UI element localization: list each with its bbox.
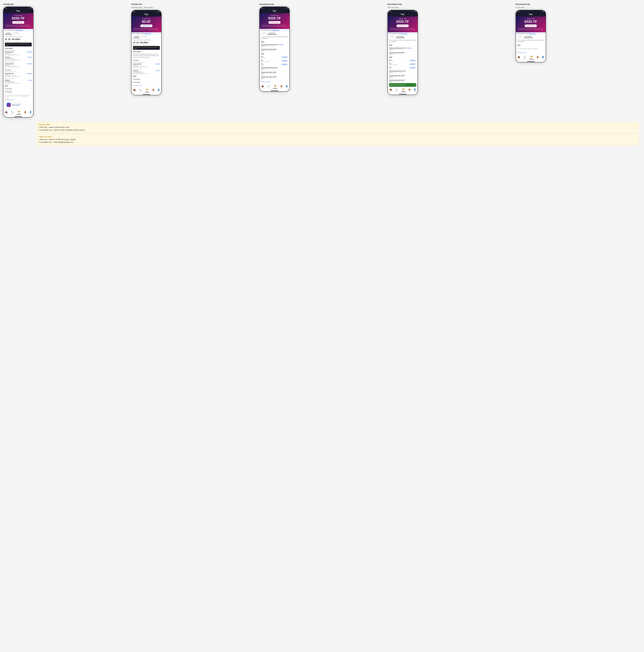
nav-item-my-jobs[interactable]: 💼 My Jobs bbox=[5, 111, 8, 114]
doc-item[interactable]: Paystub: paid August 18, 2022 Work perio… bbox=[261, 76, 288, 80]
year-header-2023[interactable]: 2023∧ bbox=[517, 44, 544, 47]
nav-label-pay: Pay bbox=[146, 91, 148, 92]
shift-item[interactable]: Client Specialist Indeed, Inc. Shift: 7:… bbox=[133, 63, 160, 67]
bottom-nav: 💼 My Jobs🔍 Browse💳 Pay📥 Inbox👤 Profile bbox=[388, 87, 418, 93]
doc-item[interactable]: W-2 Assurant Corporation Email PDF bbox=[389, 62, 416, 66]
doc-item[interactable]: Paystub: paid January 5, 2023 Work perio… bbox=[389, 51, 416, 56]
shift-item[interactable]: Client Specialist Indeed, Inc. Shift: 7:… bbox=[5, 63, 32, 67]
cash-out-button[interactable]: Cash out now bbox=[397, 25, 409, 27]
nav-item-my-jobs[interactable]: 💼 My Jobs bbox=[261, 85, 264, 88]
report-issue-link[interactable]: 🚩 Report an issue bbox=[133, 85, 160, 86]
nav-item-profile[interactable]: 👤 Profile bbox=[158, 89, 160, 92]
nav-item-inbox[interactable]: 📥 Inbox bbox=[409, 88, 411, 92]
nav-item-browse[interactable]: 🔍 Browse bbox=[523, 56, 526, 59]
nav-item-my-jobs[interactable]: 💼 My Jobs bbox=[133, 89, 136, 92]
report-issue-link[interactable]: Report an issue bbox=[144, 33, 151, 34]
collapsible-month-2022[interactable]: 📅 November∨ bbox=[133, 81, 160, 84]
nav-item-browse[interactable]: 🔍 Browse bbox=[395, 88, 398, 92]
tab-documents[interactable]: Documents bbox=[395, 35, 404, 38]
collapsible-month-2022[interactable]: 📅 November∨ bbox=[5, 90, 32, 93]
doc-item[interactable]: W-2 Wayfair, Inc. Email PDF bbox=[389, 59, 416, 62]
nav-item-browse[interactable]: 🔍 Browse bbox=[139, 89, 142, 92]
collapsible-month-2022[interactable]: 📅 December∨ bbox=[5, 87, 32, 90]
nav-item-pay[interactable]: 💳 Pay bbox=[529, 56, 534, 59]
email-pdf-button[interactable]: Email PDF bbox=[281, 56, 288, 58]
year-header-2023[interactable]: 2023∧ bbox=[261, 40, 288, 44]
refer-link[interactable]: Refer a friend bbox=[12, 105, 21, 106]
nav-item-browse[interactable]: 🔍 Browse bbox=[11, 111, 13, 114]
doc-item[interactable]: Paystub: paid January 5, 2023 Work perio… bbox=[261, 48, 288, 53]
nav-item-inbox[interactable]: 📥 Inbox bbox=[152, 89, 155, 92]
doc-item[interactable]: W-2 Wayfair, Inc. Email PDF bbox=[261, 55, 288, 59]
nav-item-pay[interactable]: 💳 Pay bbox=[145, 88, 149, 92]
signal-icons: ▪▪ ▲ 🔋 bbox=[540, 11, 544, 12]
doc-arrow-icon: › bbox=[416, 48, 416, 50]
nav-item-inbox[interactable]: 📥 Inbox bbox=[537, 56, 539, 59]
tab-documents[interactable]: Documents bbox=[268, 31, 277, 35]
nav-item-pay[interactable]: 💳 Pay bbox=[273, 85, 277, 89]
collapsible-month-2022[interactable]: 📅 December∨ bbox=[133, 78, 160, 81]
nav-item-profile[interactable]: 👤 Profile bbox=[286, 85, 288, 88]
nav-item-my-jobs[interactable]: 💼 My Jobs bbox=[389, 88, 392, 92]
doc-title: Paystub: paid August 18, 2022 bbox=[389, 80, 404, 81]
nav-item-inbox[interactable]: 📥 Inbox bbox=[280, 85, 283, 88]
tab-documents[interactable]: Documents bbox=[140, 35, 148, 38]
nav-item-pay[interactable]: 💳 Pay bbox=[17, 111, 21, 115]
tab-documents[interactable]: Documents bbox=[524, 35, 533, 38]
tab-documents[interactable]: Documents bbox=[12, 31, 20, 35]
doc-item[interactable]: W-4 Federal Email PDF bbox=[261, 63, 288, 66]
shift-item[interactable]: Bar Back The Old Fashioned Shift: 5:00 P… bbox=[5, 56, 32, 61]
doc-item[interactable]: Paystub: paid August 18, 2022 Work perio… bbox=[389, 79, 416, 83]
browse-shifts-button[interactable]: Browse shifts bbox=[140, 25, 152, 27]
report-issue-link[interactable]: Report an issue bbox=[272, 30, 279, 31]
nav-item-browse[interactable]: 🔍 Browse bbox=[267, 85, 270, 88]
report-issue-link[interactable]: Report an issue bbox=[529, 33, 536, 34]
nav-item-pay[interactable]: 💳 Pay bbox=[401, 88, 405, 92]
doc-title: W-2 bbox=[389, 63, 398, 64]
shift-item[interactable]: Bar Back The Old Fashioned Shift: 5:00 P… bbox=[133, 70, 160, 74]
tab-activity[interactable]: Activity bbox=[5, 31, 12, 35]
nav-item-inbox[interactable]: 📥 Inbox bbox=[24, 111, 26, 114]
nav-item-my-jobs[interactable]: 💼 My Jobs bbox=[517, 56, 521, 59]
cash-out-button[interactable]: Cash out now bbox=[525, 25, 537, 27]
year-header-2022[interactable]: 2022∧ bbox=[389, 56, 416, 59]
email-pdf-button[interactable]: Email PDF bbox=[409, 67, 416, 69]
email-pdf-button[interactable]: Email PDF bbox=[409, 59, 416, 61]
doc-item[interactable]: Paystub: paid November 5, 2022 Work peri… bbox=[261, 66, 288, 71]
tab-activity[interactable]: Activity bbox=[133, 35, 140, 38]
doc-item[interactable]: W-2 Assurant Corporation Email PDF bbox=[261, 59, 288, 63]
cash-out-button[interactable]: Cash out now bbox=[269, 21, 281, 24]
doc-item[interactable]: Paystub: paid November 5, 2022 Work peri… bbox=[389, 70, 416, 74]
cash-out-button[interactable]: Cash out now bbox=[12, 21, 24, 24]
email-pdf-button[interactable]: Email PDF bbox=[409, 63, 416, 65]
tab-activity[interactable]: Activity bbox=[517, 35, 524, 38]
shift-item[interactable]: Client Specialist Indeed, Inc. Shift: 7:… bbox=[5, 73, 32, 77]
paystubs-link[interactable]: paystubs bbox=[22, 96, 25, 97]
year-header-2022[interactable]: 2022∧ bbox=[261, 53, 288, 55]
refer-banner[interactable]: Earn $75, give $75 Refer a friend bbox=[5, 101, 32, 108]
tab-activity[interactable]: Activity bbox=[389, 35, 395, 38]
collapsible-month[interactable]: 📅 January∧ bbox=[5, 68, 32, 72]
nav-item-profile[interactable]: 👤 Profile bbox=[414, 88, 416, 92]
doc-item[interactable]: W-4 Federal Email PDF bbox=[389, 66, 416, 70]
nav-item-profile[interactable]: 👤 Profile bbox=[29, 111, 32, 114]
shift-item[interactable]: Bar Back The Old Fashioned Shift: 5:00 P… bbox=[5, 80, 32, 84]
report-issue-link[interactable]: 🚩 Report an issue bbox=[5, 99, 32, 101]
doc-item[interactable]: Paystub: paid October 8, 2022 Work perio… bbox=[389, 74, 416, 79]
report-issue-link[interactable]: Report an issue bbox=[16, 30, 23, 31]
tab-activity[interactable]: Activity bbox=[261, 31, 268, 35]
email-pdf-button[interactable]: Email PDF bbox=[281, 60, 288, 62]
year-header-2023[interactable]: 2023∧ bbox=[389, 44, 416, 47]
doc-item[interactable]: Paystub: paid February 10, 2023Processin… bbox=[261, 44, 288, 48]
collapsible-month[interactable]: 📅 January∧ bbox=[133, 59, 160, 62]
email-pdf-button[interactable]: Email PDF bbox=[281, 63, 288, 65]
doc-item[interactable]: Paystub: paid February 10, 2023Processin… bbox=[389, 47, 416, 51]
doc-item[interactable]: Paystub: paid October 8, 2022 Work perio… bbox=[261, 71, 288, 76]
nav-item-profile[interactable]: 👤 Profile bbox=[542, 56, 544, 59]
toast-close-button[interactable]: ✕ bbox=[414, 84, 415, 86]
report-issue-link[interactable]: 🚩 Report an issue bbox=[517, 52, 544, 53]
report-issue-link[interactable]: Report an issue bbox=[400, 33, 408, 34]
shift-pay: + $160.66 bbox=[26, 51, 32, 53]
report-issue-link[interactable]: 🚩 Report an issue bbox=[261, 81, 288, 82]
shift-item[interactable]: Client Specialist Indeed, Inc. Shift: 7:… bbox=[5, 51, 32, 56]
